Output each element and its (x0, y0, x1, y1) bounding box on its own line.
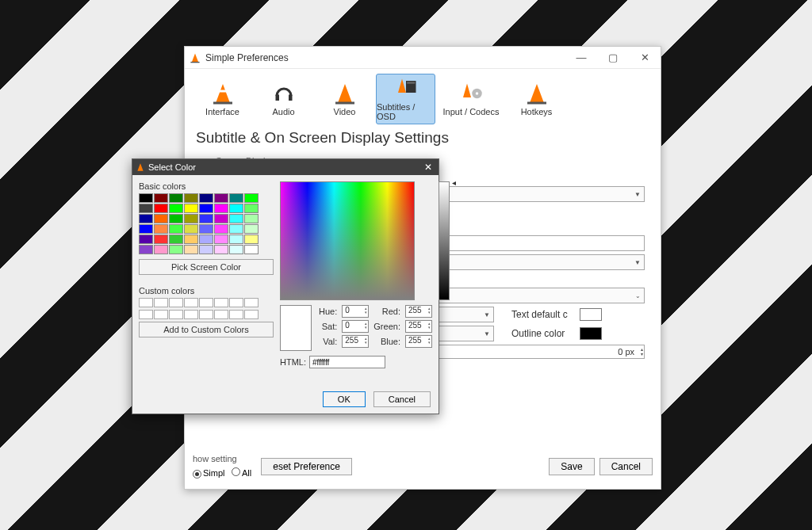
color-swatch[interactable] (229, 214, 243, 223)
color-swatch[interactable] (154, 193, 168, 203)
color-swatch[interactable] (244, 224, 259, 234)
tab-audio[interactable]: Audio (254, 74, 313, 124)
custom-color-slot[interactable] (214, 310, 228, 319)
color-swatch[interactable] (169, 193, 183, 203)
save-button[interactable]: Save (549, 458, 594, 475)
color-swatch[interactable] (214, 224, 228, 234)
radio-simple[interactable] (193, 470, 201, 479)
tab-input-codecs[interactable]: Input / Codecs (437, 74, 505, 124)
cancel-button[interactable]: Cancel (599, 458, 653, 475)
color-swatch[interactable] (214, 234, 228, 244)
color-swatch[interactable] (139, 193, 153, 203)
red-input[interactable]: 255 (405, 305, 432, 318)
color-swatch[interactable] (169, 245, 183, 254)
val-input[interactable]: 255 (342, 335, 369, 348)
color-swatch[interactable] (199, 224, 213, 234)
custom-color-slot[interactable] (244, 298, 259, 307)
custom-color-slot[interactable] (154, 298, 168, 307)
color-swatch[interactable] (244, 234, 259, 244)
outline-color-button[interactable] (580, 327, 602, 340)
color-swatch[interactable] (229, 204, 243, 213)
ok-button[interactable]: OK (323, 391, 366, 407)
color-swatch[interactable] (169, 234, 183, 244)
pick-screen-color-button[interactable]: Pick Screen Color (139, 259, 274, 275)
custom-color-slot[interactable] (169, 298, 183, 307)
custom-color-slot[interactable] (244, 310, 259, 319)
close-button[interactable]: ✕ (629, 47, 661, 69)
cone-icon (525, 82, 549, 105)
tab-hotkeys[interactable]: Hotkeys (507, 74, 566, 124)
sat-input[interactable]: 0 (342, 320, 369, 333)
value-slider[interactable] (439, 181, 450, 300)
tab-subtitles-osd[interactable]: Subtitles / OSD (376, 74, 435, 124)
color-swatch[interactable] (169, 224, 183, 234)
color-swatch[interactable] (169, 214, 183, 223)
color-swatch[interactable] (184, 224, 198, 234)
color-swatch[interactable] (184, 245, 198, 254)
custom-color-slot[interactable] (154, 310, 168, 319)
color-swatch[interactable] (139, 224, 153, 234)
color-swatch[interactable] (154, 214, 168, 223)
add-to-custom-colors-button[interactable]: Add to Custom Colors (139, 322, 274, 337)
titlebar[interactable]: Simple Preferences — ▢ ✕ (185, 47, 661, 69)
color-swatch[interactable] (214, 193, 228, 203)
color-swatch[interactable] (139, 214, 153, 223)
color-swatch[interactable] (184, 204, 198, 213)
custom-color-slot[interactable] (214, 298, 228, 307)
cancel-button[interactable]: Cancel (373, 391, 431, 407)
color-swatch[interactable] (154, 234, 168, 244)
reset-preferences-button[interactable]: eset Preference (261, 458, 352, 475)
custom-color-slot[interactable] (184, 298, 198, 307)
color-swatch[interactable] (214, 214, 228, 223)
color-swatch[interactable] (244, 245, 259, 254)
svg-marker-0 (192, 53, 198, 62)
blue-input[interactable]: 255 (405, 335, 432, 348)
color-swatch[interactable] (184, 214, 198, 223)
close-icon[interactable]: ✕ (418, 162, 439, 173)
color-swatch[interactable] (229, 224, 243, 234)
color-swatch[interactable] (214, 245, 228, 254)
color-swatch[interactable] (244, 214, 259, 223)
radio-all[interactable] (232, 467, 240, 476)
color-swatch[interactable] (139, 234, 153, 244)
color-swatch[interactable] (244, 193, 259, 203)
custom-color-slot[interactable] (139, 310, 153, 319)
color-swatch[interactable] (154, 245, 168, 254)
hue-input[interactable]: 0 (342, 305, 369, 318)
custom-color-slot[interactable] (199, 310, 213, 319)
tab-video[interactable]: Video (315, 74, 374, 124)
app-icon (136, 162, 145, 172)
custom-color-slot[interactable] (229, 310, 243, 319)
tab-interface[interactable]: Interface (193, 74, 252, 124)
custom-color-slot[interactable] (184, 310, 198, 319)
color-swatch[interactable] (199, 193, 213, 203)
html-color-input[interactable] (309, 356, 385, 368)
color-swatch[interactable] (184, 234, 198, 244)
color-swatch[interactable] (229, 245, 243, 254)
color-swatch[interactable] (139, 204, 153, 213)
color-swatch[interactable] (154, 204, 168, 213)
color-swatch[interactable] (169, 204, 183, 213)
dialog-titlebar[interactable]: Select Color ✕ (132, 159, 439, 175)
custom-color-slot[interactable] (199, 298, 213, 307)
spinner-value: 0 px (618, 347, 634, 357)
color-swatch[interactable] (199, 245, 213, 254)
color-gradient-picker[interactable] (280, 181, 415, 300)
custom-color-slot[interactable] (229, 298, 243, 307)
text-default-color-button[interactable] (580, 308, 602, 321)
maximize-button[interactable]: ▢ (597, 47, 629, 69)
color-swatch[interactable] (214, 204, 228, 213)
color-swatch[interactable] (229, 234, 243, 244)
color-swatch[interactable] (199, 214, 213, 223)
color-swatch[interactable] (184, 193, 198, 203)
custom-color-slot[interactable] (139, 298, 153, 307)
color-swatch[interactable] (154, 224, 168, 234)
color-swatch[interactable] (199, 204, 213, 213)
color-swatch[interactable] (229, 193, 243, 203)
minimize-button[interactable]: — (565, 47, 597, 69)
color-swatch[interactable] (244, 204, 259, 213)
custom-color-slot[interactable] (169, 310, 183, 319)
color-swatch[interactable] (139, 245, 153, 254)
color-swatch[interactable] (199, 234, 213, 244)
green-input[interactable]: 255 (405, 320, 432, 333)
